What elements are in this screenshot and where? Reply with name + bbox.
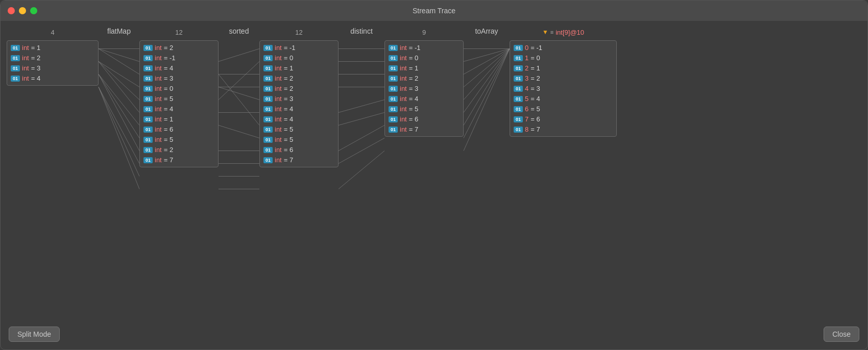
item-value: = 4 — [284, 115, 293, 123]
list-item: 01int = 1 — [9, 43, 96, 53]
item-value: = 6 — [409, 115, 418, 123]
item-type: int — [275, 85, 282, 92]
item-value: = 4 — [31, 74, 40, 82]
item-type: int — [22, 64, 29, 72]
item-badge: 01 — [263, 86, 273, 92]
list-item: 01int = 7 — [262, 155, 336, 165]
list-item: 01int = 0 — [387, 53, 461, 63]
item-badge: 01 — [263, 65, 273, 71]
final-col-type-label: int[9]@10 — [556, 29, 584, 36]
svg-line-28 — [339, 100, 384, 113]
item-type: int — [400, 115, 407, 123]
maximize-button[interactable] — [30, 7, 37, 14]
split-mode-button[interactable]: Split Mode — [9, 327, 60, 342]
item-index: 7 — [525, 115, 528, 123]
item-value: = 1 — [409, 64, 418, 72]
item-type: int — [400, 44, 407, 52]
svg-line-36 — [464, 49, 510, 87]
item-badge: 01 — [389, 116, 398, 122]
item-value: = 5 — [164, 95, 173, 103]
item-badge: 01 — [263, 55, 273, 61]
item-type: int — [275, 156, 282, 164]
list-item: 017 = 6 — [512, 114, 614, 124]
col-count-2: 12 — [139, 26, 219, 38]
item-type: int — [275, 115, 282, 123]
list-item: 01int = 1 — [387, 63, 461, 73]
list-item: 011 = 0 — [512, 53, 614, 63]
item-index: 6 — [525, 105, 528, 113]
minimize-button[interactable] — [19, 7, 26, 14]
item-type: int — [155, 95, 162, 103]
item-badge: 01 — [143, 96, 153, 102]
stream-panel-8: 010 = -1011 = 0012 = 1013 = 2014 = 3015 … — [510, 40, 617, 137]
list-item: 01int = 7 — [142, 155, 216, 165]
item-badge: 01 — [263, 157, 273, 163]
item-badge: 01 — [389, 127, 398, 133]
list-item: 01int = 4 — [142, 104, 216, 114]
svg-line-16 — [219, 87, 259, 100]
svg-line-32 — [339, 151, 384, 189]
list-item: 01int = 5 — [387, 104, 461, 114]
svg-line-9 — [99, 87, 139, 164]
footer: Split Mode Close — [7, 319, 861, 349]
svg-line-1 — [99, 49, 139, 62]
item-badge: 01 — [389, 55, 398, 61]
svg-line-2 — [99, 49, 139, 74]
list-item: 01int = -1 — [262, 43, 336, 53]
stream-panel-4: 01int = -101int = 001int = 101int = 201i… — [259, 40, 339, 167]
svg-line-3 — [99, 62, 139, 87]
item-badge: 01 — [514, 45, 523, 51]
item-badge: 01 — [143, 157, 153, 163]
item-index: 3 — [525, 74, 528, 82]
col-count-0: 4 — [7, 26, 99, 38]
close-button[interactable] — [8, 7, 15, 14]
item-badge: 01 — [143, 86, 153, 92]
item-index: 4 — [525, 85, 528, 92]
item-type: int — [275, 64, 282, 72]
list-item: 01int = 5 — [262, 135, 336, 144]
list-item: 01int = 3 — [262, 94, 336, 104]
item-badge: 01 — [143, 127, 153, 133]
item-value: = 0 — [409, 54, 418, 62]
svg-line-10 — [99, 87, 139, 177]
item-badge: 01 — [11, 45, 20, 51]
traffic-lights — [8, 7, 37, 14]
item-value: = 1 — [31, 44, 40, 52]
svg-line-35 — [464, 49, 510, 74]
item-type: int — [275, 105, 282, 113]
item-type: int — [155, 146, 162, 154]
list-item: 01int = 6 — [262, 145, 336, 155]
list-item: 01int = -1 — [142, 53, 216, 63]
list-item: 014 = 3 — [512, 84, 614, 93]
item-value: = 7 — [284, 156, 293, 164]
item-value: = 5 — [284, 136, 293, 143]
item-badge: 01 — [143, 55, 153, 61]
item-badge: 01 — [263, 137, 273, 143]
item-badge: 01 — [143, 137, 153, 143]
item-type: int — [155, 64, 162, 72]
list-item: 01int = 2 — [9, 53, 96, 63]
list-item: 01int = -1 — [387, 43, 461, 53]
list-item: 015 = 4 — [512, 94, 614, 104]
item-badge: 01 — [263, 147, 273, 153]
item-value: = 1 — [531, 64, 540, 72]
svg-line-5 — [99, 62, 139, 113]
list-item: 01int = 6 — [387, 114, 461, 124]
item-badge: 01 — [143, 147, 153, 153]
item-value: = 6 — [284, 146, 293, 154]
item-badge: 01 — [143, 116, 153, 122]
item-value: = 4 — [531, 95, 540, 103]
item-badge: 01 — [514, 127, 523, 133]
item-value: = 1 — [284, 64, 293, 72]
item-type: int — [155, 126, 162, 133]
collapse-arrow-icon[interactable]: ▼ — [542, 29, 548, 36]
item-badge: 01 — [514, 76, 523, 82]
item-value: = 6 — [531, 115, 540, 123]
item-badge: 01 — [263, 96, 273, 102]
op-label-sorted: sorted — [229, 27, 249, 35]
item-badge: 01 — [263, 106, 273, 112]
item-value: = -1 — [164, 54, 176, 62]
list-item: 01int = 2 — [142, 43, 216, 53]
close-button-footer[interactable]: Close — [824, 327, 859, 342]
item-badge: 01 — [514, 86, 523, 92]
